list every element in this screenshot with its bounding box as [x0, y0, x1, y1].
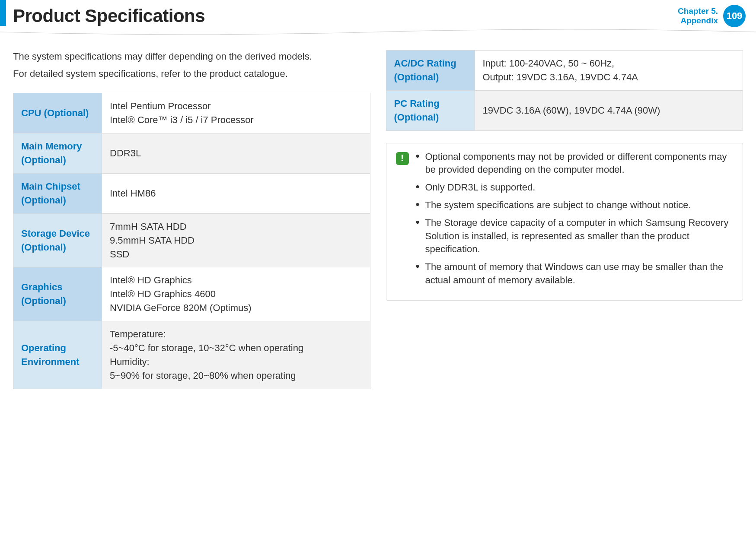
note-box: ! Optional components may not be provide… [386, 143, 743, 301]
spec-value: Intel Pentium ProcessorIntel® Core™ i3 /… [102, 93, 370, 133]
intro-p2: For detailed system specifications, refe… [13, 67, 370, 80]
spec-value: Input: 100-240VAC, 50 ~ 60Hz,Output: 19V… [475, 51, 743, 91]
spec-label: Main Memory (Optional) [13, 133, 102, 174]
spec-table-left: CPU (Optional) Intel Pentium ProcessorIn… [13, 93, 370, 389]
intro-text: The system specifications may differ dep… [13, 50, 370, 80]
spec-value: Temperature:-5~40°C for storage, 10~32°C… [102, 321, 370, 389]
table-row: CPU (Optional) Intel Pentium ProcessorIn… [13, 93, 370, 133]
spec-value: Intel HM86 [102, 173, 370, 213]
header-right: Chapter 5. Appendix 109 [678, 5, 746, 27]
chapter-label: Chapter 5. Appendix [678, 6, 718, 25]
spec-label: AC/DC Rating (Optional) [386, 51, 475, 91]
note-item: The Storage device capacity of a compute… [416, 216, 734, 256]
note-item: The amount of memory that Windows can us… [416, 260, 734, 287]
chapter-line2: Appendix [678, 16, 718, 25]
table-row: Graphics (Optional) Intel® HD GraphicsIn… [13, 267, 370, 321]
table-row: Main Chipset (Optional) Intel HM86 [13, 173, 370, 213]
spec-label: Storage Device (Optional) [13, 213, 102, 267]
spec-value: 19VDC 3.16A (60W), 19VDC 4.74A (90W) [475, 90, 743, 130]
spec-label: Main Chipset (Optional) [13, 173, 102, 213]
chapter-line1: Chapter 5. [678, 6, 718, 16]
page-number-badge: 109 [723, 5, 746, 27]
note-item: Optional components may not be provided … [416, 150, 734, 177]
right-column: AC/DC Rating (Optional) Input: 100-240VA… [386, 50, 743, 389]
spec-table-right: AC/DC Rating (Optional) Input: 100-240VA… [386, 50, 743, 131]
spec-value: DDR3L [102, 133, 370, 174]
spec-label: PC Rating (Optional) [386, 90, 475, 130]
page-header: Product Specifications Chapter 5. Append… [0, 0, 756, 32]
table-row: AC/DC Rating (Optional) Input: 100-240VA… [386, 51, 743, 91]
alert-icon: ! [396, 152, 409, 165]
table-row: Storage Device (Optional) 7mmH SATA HDD9… [13, 213, 370, 267]
left-column: The system specifications may differ dep… [13, 50, 370, 389]
spec-value: Intel® HD GraphicsIntel® HD Graphics 460… [102, 267, 370, 321]
table-row: Operating Environment Temperature:-5~40°… [13, 321, 370, 389]
table-row: Main Memory (Optional) DDR3L [13, 133, 370, 174]
intro-p1: The system specifications may differ dep… [13, 50, 370, 63]
spec-label: CPU (Optional) [13, 93, 102, 133]
note-list: Optional components may not be provided … [416, 150, 734, 292]
note-item: Only DDR3L is supported. [416, 181, 734, 194]
note-item: The system specifications are subject to… [416, 199, 734, 212]
header-divider [0, 32, 756, 40]
page-title: Product Specifications [13, 6, 205, 26]
spec-label: Graphics (Optional) [13, 267, 102, 321]
content: The system specifications may differ dep… [0, 50, 756, 389]
spec-label: Operating Environment [13, 321, 102, 389]
table-row: PC Rating (Optional) 19VDC 3.16A (60W), … [386, 90, 743, 130]
spec-value: 7mmH SATA HDD9.5mmH SATA HDDSSD [102, 213, 370, 267]
